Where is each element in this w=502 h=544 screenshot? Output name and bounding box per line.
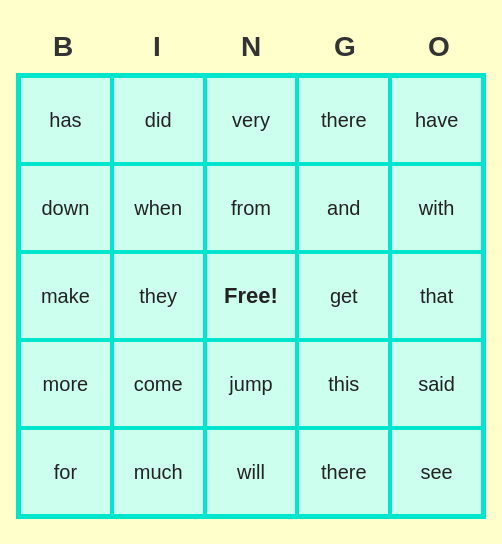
cell-3-1[interactable]: come <box>112 340 205 428</box>
bingo-card: B I N G O has did very there have down w… <box>6 15 496 529</box>
cell-0-4[interactable]: have <box>390 76 483 164</box>
cell-0-3[interactable]: there <box>297 76 390 164</box>
cell-4-4[interactable]: see <box>390 428 483 516</box>
header-b: B <box>16 25 110 69</box>
cell-3-2[interactable]: jump <box>205 340 298 428</box>
cell-0-1[interactable]: did <box>112 76 205 164</box>
cell-1-0[interactable]: down <box>19 164 112 252</box>
cell-2-3[interactable]: get <box>297 252 390 340</box>
cell-4-3[interactable]: there <box>297 428 390 516</box>
cell-3-3[interactable]: this <box>297 340 390 428</box>
cell-4-2[interactable]: will <box>205 428 298 516</box>
header-o: O <box>392 25 486 69</box>
free-cell[interactable]: Free! <box>205 252 298 340</box>
cell-3-4[interactable]: said <box>390 340 483 428</box>
header-i: I <box>110 25 204 69</box>
cell-2-0[interactable]: make <box>19 252 112 340</box>
cell-1-3[interactable]: and <box>297 164 390 252</box>
cell-1-2[interactable]: from <box>205 164 298 252</box>
bingo-header: B I N G O <box>16 25 486 69</box>
header-g: G <box>298 25 392 69</box>
cell-1-1[interactable]: when <box>112 164 205 252</box>
cell-0-0[interactable]: has <box>19 76 112 164</box>
cell-3-0[interactable]: more <box>19 340 112 428</box>
header-n: N <box>204 25 298 69</box>
cell-4-0[interactable]: for <box>19 428 112 516</box>
cell-2-4[interactable]: that <box>390 252 483 340</box>
cell-2-1[interactable]: they <box>112 252 205 340</box>
bingo-grid: has did very there have down when from a… <box>16 73 486 519</box>
cell-4-1[interactable]: much <box>112 428 205 516</box>
cell-0-2[interactable]: very <box>205 76 298 164</box>
cell-1-4[interactable]: with <box>390 164 483 252</box>
